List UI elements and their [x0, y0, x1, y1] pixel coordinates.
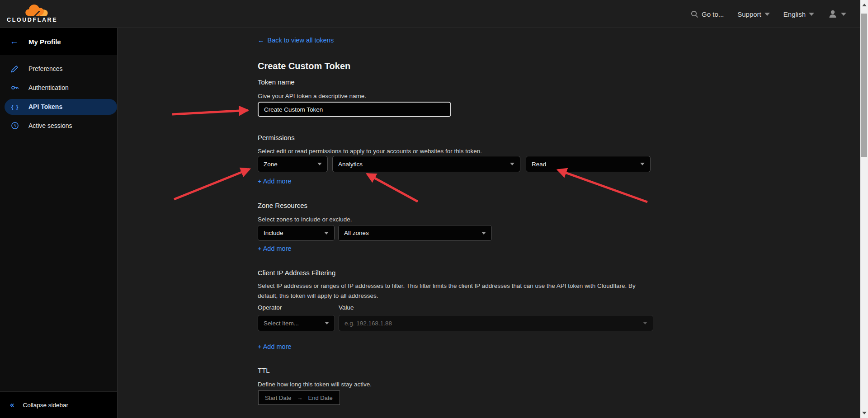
token-name-input[interactable]	[258, 102, 451, 117]
zone-selection-select[interactable]: All zones	[338, 225, 492, 241]
permissions-description: Select edit or read permissions to apply…	[258, 146, 482, 156]
sidebar-item-authentication[interactable]: Authentication	[0, 78, 117, 97]
scroll-up-arrow-icon[interactable]	[862, 4, 867, 6]
chevron-down-icon	[640, 163, 645, 165]
chevron-down-icon	[841, 13, 846, 16]
ip-operator-placeholder: Select item...	[264, 320, 299, 327]
ip-value-placeholder: e.g. 192.168.1.88	[344, 320, 392, 327]
chevron-down-icon	[809, 13, 814, 16]
sidebar-title: My Profile	[28, 38, 61, 46]
sidebar-item-label: Authentication	[28, 84, 69, 91]
sidebar-item-label: Active sessions	[28, 122, 72, 129]
arrow-right-icon: →	[297, 395, 303, 401]
chevron-down-icon	[643, 322, 647, 324]
chevron-down-icon	[317, 163, 322, 165]
permission-scope-value: Zone	[264, 161, 278, 168]
back-to-tokens-link[interactable]: ← Back to view all tokens	[258, 37, 334, 44]
support-menu[interactable]: Support	[737, 10, 770, 18]
profile-sidebar: ← My Profile Preferences Authentication …	[0, 28, 118, 418]
zone-resources-add-more-link[interactable]: + Add more	[258, 245, 292, 252]
page-title: Create Custom Token	[258, 61, 350, 71]
ttl-label: TTL	[258, 366, 270, 374]
chevron-down-icon	[324, 232, 329, 235]
permissions-add-more-link[interactable]: + Add more	[258, 178, 292, 185]
end-date-placeholder: End Date	[308, 395, 333, 401]
cloudflare-cloud-icon	[25, 4, 48, 17]
permission-category-value: Analytics	[338, 161, 363, 168]
goto-label: Go to...	[702, 10, 724, 18]
chevron-down-icon	[481, 232, 486, 235]
chevron-down-icon	[764, 13, 770, 16]
client-ip-description: Select IP addresses or ranges of IP addr…	[258, 281, 649, 301]
collapse-sidebar-button[interactable]: « Collapse sidebar	[0, 391, 117, 418]
clock-icon	[11, 122, 19, 130]
ttl-date-range-picker[interactable]: Start Date → End Date	[258, 390, 340, 405]
zone-mode-value: Include	[264, 230, 283, 236]
vertical-scrollbar[interactable]	[860, 0, 868, 418]
back-arrow-icon: ←	[258, 37, 264, 44]
collapse-sidebar-label: Collapse sidebar	[23, 402, 68, 409]
token-name-label: Token name	[258, 78, 295, 86]
sidebar-item-preferences[interactable]: Preferences	[0, 59, 117, 78]
start-date-placeholder: Start Date	[265, 395, 292, 401]
account-menu[interactable]	[828, 9, 846, 19]
operator-label: Operator	[258, 304, 282, 311]
language-menu[interactable]: English	[783, 10, 814, 18]
ip-operator-select[interactable]: Select item...	[258, 315, 335, 331]
main-content: ← Back to view all tokens Create Custom …	[118, 28, 860, 418]
sidebar-item-api-tokens[interactable]: { } API Tokens	[5, 99, 117, 115]
top-navigation-bar: CLOUDFLARE Go to... Support English	[0, 0, 868, 28]
language-label: English	[783, 10, 806, 18]
braces-icon: { }	[11, 103, 19, 110]
support-label: Support	[737, 10, 761, 18]
back-arrow-icon[interactable]: ←	[10, 37, 19, 47]
zone-resources-label: Zone Resources	[258, 202, 307, 209]
chevron-down-icon	[510, 163, 514, 165]
user-icon	[828, 9, 838, 19]
back-link-label: Back to view all tokens	[268, 37, 334, 44]
sidebar-item-label: API Tokens	[28, 103, 62, 110]
zone-selection-value: All zones	[344, 230, 369, 236]
scroll-down-arrow-icon[interactable]	[862, 412, 867, 414]
value-label: Value	[339, 304, 354, 311]
permission-category-select[interactable]: Analytics	[332, 156, 520, 172]
ip-value-input[interactable]: e.g. 192.168.1.88	[339, 315, 653, 331]
cloudflare-logo[interactable]: CLOUDFLARE	[7, 3, 61, 25]
double-chevron-left-icon: «	[10, 400, 14, 409]
sidebar-item-label: Preferences	[28, 65, 62, 72]
zone-mode-select[interactable]: Include	[258, 225, 335, 241]
permission-scope-select[interactable]: Zone	[258, 156, 328, 172]
search-icon	[691, 10, 698, 18]
permissions-label: Permissions	[258, 134, 295, 141]
sidebar-nav: Preferences Authentication { } API Token…	[0, 55, 117, 135]
client-ip-add-more-link[interactable]: + Add more	[258, 343, 292, 350]
ttl-description: Define how long this token will stay act…	[258, 380, 372, 390]
client-ip-label: Client IP Address Filtering	[258, 269, 335, 277]
permission-access-select[interactable]: Read	[526, 156, 651, 172]
sidebar-header: ← My Profile	[0, 28, 117, 55]
pencil-icon	[11, 65, 19, 73]
key-icon	[11, 84, 19, 92]
permission-access-value: Read	[532, 161, 546, 168]
goto-search[interactable]: Go to...	[691, 10, 724, 18]
zone-resources-description: Select zones to include or exclude.	[258, 215, 352, 225]
scrollbar-thumb[interactable]	[861, 14, 867, 157]
chevron-down-icon	[325, 322, 329, 324]
cloudflare-wordmark: CLOUDFLARE	[7, 17, 57, 23]
sidebar-item-active-sessions[interactable]: Active sessions	[0, 116, 117, 135]
token-name-description: Give your API token a descriptive name.	[258, 91, 366, 101]
